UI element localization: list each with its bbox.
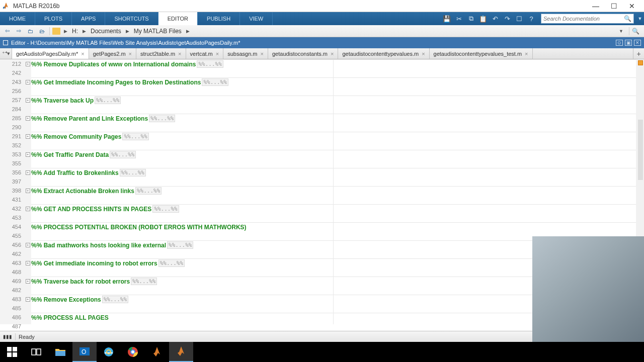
- column-guide: [333, 59, 334, 324]
- toolstrip-tab-apps[interactable]: APPS: [72, 12, 105, 25]
- fold-toggle[interactable]: +: [26, 243, 30, 247]
- save-icon[interactable]: 💾: [442, 14, 451, 23]
- fold-toggle[interactable]: +: [26, 80, 30, 84]
- search-documentation[interactable]: 🔍: [541, 14, 634, 24]
- fold-indicator[interactable]: %%...%%: [202, 78, 228, 86]
- svg-rect-3: [13, 352, 17, 357]
- browse-button[interactable]: 🗁: [37, 27, 47, 36]
- file-tab[interactable]: subsasgn.m×: [223, 48, 268, 59]
- fold-toggle[interactable]: +: [26, 297, 30, 302]
- fold-indicator[interactable]: %%...%%: [135, 187, 162, 195]
- svg-rect-2: [7, 352, 12, 357]
- maximize-button[interactable]: ☐: [608, 2, 620, 11]
- matlab-taskbar-button-2[interactable]: [169, 342, 193, 362]
- toolstrip-tab-view[interactable]: VIEW: [240, 12, 273, 25]
- fold-toggle[interactable]: +: [26, 261, 30, 265]
- toolstrip-more[interactable]: ▼: [636, 12, 644, 25]
- internet-explorer-button[interactable]: [97, 342, 121, 362]
- code-section-header: %% PROCESS ALL PAGES: [31, 314, 109, 321]
- code-section-header: %% Get Immediate Incoming Pages to Broke…: [31, 79, 201, 86]
- chrome-button[interactable]: [121, 342, 145, 362]
- compare-button[interactable]: ⁺⁴▾: [0, 48, 12, 59]
- close-tab-icon[interactable]: ×: [81, 51, 84, 57]
- fold-toggle[interactable]: +: [26, 189, 30, 193]
- file-tab[interactable]: getaudistocontenttypevalues_test.m×: [430, 48, 533, 59]
- fold-toggle[interactable]: +: [26, 116, 30, 121]
- file-tab[interactable]: getAudistoPagesDaily.m*×: [12, 48, 89, 59]
- fold-toggle[interactable]: +: [26, 207, 30, 211]
- toolstrip-tab-home[interactable]: HOME: [0, 12, 35, 25]
- editor-dock-button[interactable]: ⊙: [616, 40, 623, 46]
- fold-toggle[interactable]: +: [26, 134, 30, 139]
- breadcrumb-seg[interactable]: My MATLAB Files: [133, 28, 183, 35]
- file-tab[interactable]: getPages2.m×: [89, 48, 136, 59]
- fold-indicator[interactable]: %%...%%: [95, 97, 121, 104]
- cut-icon[interactable]: ✂: [454, 14, 463, 23]
- fold-indicator[interactable]: %%...%%: [102, 296, 128, 303]
- switch-windows-icon[interactable]: ☐: [515, 14, 524, 23]
- undo-icon[interactable]: ↶: [491, 14, 500, 23]
- paste-icon[interactable]: 📋: [478, 14, 488, 23]
- fold-toggle[interactable]: +: [26, 62, 30, 66]
- breadcrumb-drive[interactable]: H:: [71, 28, 79, 35]
- toolstrip: HOMEPLOTSAPPSSHORTCUTSEDITORPUBLISHVIEW …: [0, 12, 644, 25]
- close-tab-icon[interactable]: ×: [525, 51, 528, 57]
- editor-panel-title: Editor - H:\Documents\My MATLAB Files\We…: [0, 37, 644, 48]
- search-icon[interactable]: 🔍: [624, 15, 631, 22]
- close-tab-icon[interactable]: ×: [422, 51, 425, 57]
- up-folder-button[interactable]: 🗀: [25, 27, 35, 36]
- close-tab-icon[interactable]: ×: [129, 51, 132, 57]
- outlook-button[interactable]: O: [72, 342, 97, 362]
- toolstrip-tab-plots[interactable]: PLOTS: [35, 12, 72, 25]
- fold-indicator[interactable]: %%...%%: [167, 241, 193, 249]
- breadcrumb-seg[interactable]: Documents: [90, 28, 122, 35]
- fold-indicator[interactable]: %%...%%: [149, 115, 175, 122]
- code-section-header: %% GET AND PROCESS HINTS IN PAGES: [31, 206, 151, 213]
- file-explorer-button[interactable]: [48, 342, 72, 362]
- forward-button[interactable]: ⇨: [14, 27, 24, 36]
- fold-toggle[interactable]: +: [26, 98, 30, 103]
- fold-toggle[interactable]: +: [26, 170, 30, 175]
- editor-close-button[interactable]: ✕: [634, 40, 641, 46]
- folder-search-icon[interactable]: 🔍: [632, 28, 642, 35]
- new-tab-button[interactable]: +: [633, 48, 644, 59]
- close-tab-icon[interactable]: ×: [216, 51, 219, 57]
- fold-indicator[interactable]: %%...%%: [110, 151, 136, 158]
- file-tab[interactable]: struct2table.m×: [136, 48, 186, 59]
- svg-text:O: O: [82, 348, 86, 355]
- fold-indicator[interactable]: %%...%%: [158, 259, 185, 267]
- toolstrip-tab-shortcuts[interactable]: SHORTCUTS: [105, 12, 158, 25]
- fold-toggle[interactable]: +: [26, 152, 30, 157]
- busy-indicator-icon: ▮▮▮: [3, 334, 12, 339]
- svg-rect-5: [37, 349, 41, 355]
- fold-toggle[interactable]: +: [26, 279, 30, 284]
- close-tab-icon[interactable]: ×: [178, 51, 181, 57]
- task-view-button[interactable]: [24, 342, 48, 362]
- breadcrumb-dropdown[interactable]: ▼: [616, 29, 626, 34]
- folder-icon: [52, 28, 60, 35]
- matlab-taskbar-button[interactable]: [145, 342, 169, 362]
- fold-indicator[interactable]: %%...%%: [122, 133, 148, 140]
- file-tab[interactable]: getaudistoconstants.m×: [268, 48, 339, 59]
- toolstrip-tab-editor[interactable]: EDITOR: [158, 12, 198, 25]
- editor-maximize-button[interactable]: ▣: [625, 40, 632, 46]
- redo-icon[interactable]: ↷: [503, 14, 512, 23]
- fold-indicator[interactable]: %%...%%: [120, 169, 146, 176]
- minimize-button[interactable]: —: [590, 2, 602, 11]
- help-icon[interactable]: ?: [527, 14, 536, 23]
- file-tab[interactable]: vertcat.m×: [186, 48, 224, 59]
- search-input[interactable]: [543, 16, 624, 22]
- fold-indicator[interactable]: %%...%%: [131, 278, 157, 285]
- start-button[interactable]: [0, 342, 24, 362]
- close-tab-icon[interactable]: ×: [261, 51, 264, 57]
- fold-indicator[interactable]: %%...%%: [197, 60, 223, 68]
- svg-rect-4: [32, 349, 36, 355]
- copy-icon[interactable]: ⧉: [466, 14, 475, 23]
- file-tab[interactable]: getaudistocontenttypevalues.m×: [338, 48, 429, 59]
- close-tab-icon[interactable]: ×: [331, 51, 334, 57]
- fold-indicator[interactable]: %%...%%: [152, 205, 179, 213]
- editor-file-tabs: ⁺⁴▾ getAudistoPagesDaily.m*×getPages2.m×…: [0, 48, 644, 59]
- toolstrip-tab-publish[interactable]: PUBLISH: [198, 12, 240, 25]
- close-button[interactable]: ✕: [626, 2, 638, 11]
- back-button[interactable]: ⇦: [2, 27, 12, 36]
